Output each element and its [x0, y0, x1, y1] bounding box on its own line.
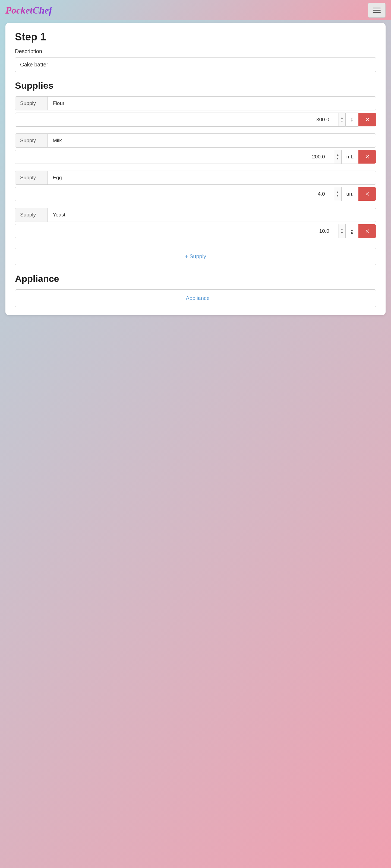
supply-label-egg: Supply	[15, 171, 48, 184]
qty-input-egg[interactable]	[15, 187, 334, 201]
qty-input-milk[interactable]	[15, 150, 334, 163]
navbar: PocketChef	[0, 0, 391, 20]
supply-block-yeast: Supply Yeast ▲ ▼ g	[15, 208, 376, 238]
qty-wrapper-egg: ▲ ▼	[15, 187, 342, 201]
step-title: Step 1	[15, 31, 376, 43]
supply-qty-row-egg: ▲ ▼ un.	[15, 187, 376, 201]
delete-button-yeast[interactable]	[358, 224, 376, 238]
spinner-up-yeast[interactable]: ▲	[340, 227, 344, 231]
supply-name-yeast: Yeast	[48, 208, 376, 222]
description-label: Description	[15, 48, 376, 55]
supply-name-flour: Flour	[48, 97, 376, 110]
supply-block-flour: Supply Flour ▲ ▼ g	[15, 96, 376, 127]
spinner-down-flour[interactable]: ▼	[340, 120, 344, 123]
qty-wrapper-flour: ▲ ▼	[15, 113, 346, 127]
delete-icon-milk	[364, 154, 370, 160]
supplies-title: Supplies	[15, 80, 376, 91]
appliance-title: Appliance	[15, 273, 376, 284]
supply-qty-row-flour: ▲ ▼ g	[15, 113, 376, 127]
logo-area: PocketChef	[5, 5, 52, 16]
supply-name-row-yeast: Supply Yeast	[15, 208, 376, 222]
supply-label-yeast: Supply	[15, 208, 48, 222]
spinner-down-yeast[interactable]: ▼	[340, 231, 344, 235]
main-card: Step 1 Description Supplies Supply Flour…	[5, 23, 386, 315]
spinner-btns-milk: ▲ ▼	[334, 150, 341, 163]
qty-wrapper-milk: ▲ ▼	[15, 150, 342, 164]
supply-name-row-flour: Supply Flour	[15, 96, 376, 111]
qty-wrapper-yeast: ▲ ▼	[15, 224, 346, 238]
spinner-down-milk[interactable]: ▼	[335, 157, 340, 161]
supply-block-milk: Supply Milk ▲ ▼ mL	[15, 133, 376, 164]
hamburger-line-3	[373, 12, 381, 13]
hamburger-line-1	[373, 8, 381, 8]
spinner-btns-yeast: ▲ ▼	[338, 224, 346, 238]
supply-qty-row-milk: ▲ ▼ mL	[15, 150, 376, 164]
spinner-btns-flour: ▲ ▼	[338, 113, 346, 126]
spinner-up-flour[interactable]: ▲	[340, 116, 344, 120]
spinner-up-milk[interactable]: ▲	[335, 153, 340, 157]
supply-name-row-egg: Supply Egg	[15, 170, 376, 185]
app-logo: PocketChef	[5, 5, 52, 16]
supply-label-flour: Supply	[15, 97, 48, 110]
add-supply-button[interactable]: + Supply	[15, 248, 376, 265]
supply-name-row-milk: Supply Milk	[15, 133, 376, 148]
delete-button-egg[interactable]	[358, 187, 376, 201]
unit-egg: un.	[342, 187, 358, 201]
spinner-btns-egg: ▲ ▼	[334, 187, 341, 201]
qty-input-yeast[interactable]	[15, 224, 338, 238]
spinner-up-egg[interactable]: ▲	[335, 190, 340, 194]
supply-label-milk: Supply	[15, 134, 48, 147]
delete-icon-yeast	[364, 228, 370, 234]
unit-milk: mL	[342, 150, 358, 164]
add-appliance-button[interactable]: + Appliance	[15, 289, 376, 307]
delete-icon-egg	[364, 191, 370, 197]
hamburger-button[interactable]	[368, 3, 386, 18]
delete-button-milk[interactable]	[358, 150, 376, 163]
delete-button-flour[interactable]	[358, 113, 376, 126]
qty-input-flour[interactable]	[15, 113, 338, 126]
description-input[interactable]	[15, 57, 376, 72]
supply-block-egg: Supply Egg ▲ ▼ un.	[15, 170, 376, 201]
supply-name-milk: Milk	[48, 134, 376, 147]
unit-yeast: g	[346, 224, 358, 238]
delete-icon-flour	[364, 117, 370, 123]
hamburger-line-2	[373, 10, 381, 10]
supply-name-egg: Egg	[48, 171, 376, 184]
spinner-down-egg[interactable]: ▼	[335, 194, 340, 198]
supply-qty-row-yeast: ▲ ▼ g	[15, 224, 376, 238]
unit-flour: g	[346, 113, 358, 127]
